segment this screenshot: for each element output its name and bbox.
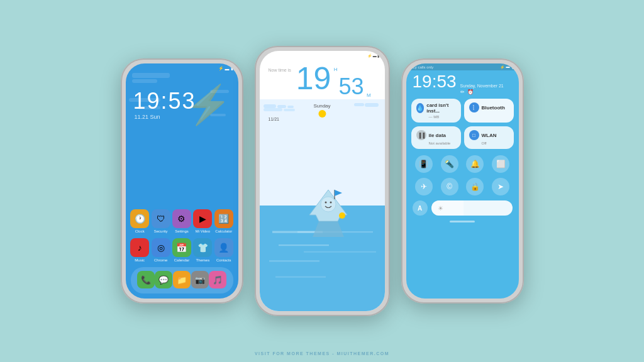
iceberg-svg	[297, 187, 360, 243]
card-sub: — MB	[429, 115, 456, 119]
lock-btn[interactable]: 🔒	[466, 178, 484, 195]
emergency-bar: ncy calls only ⚡ ▬ ▮	[406, 63, 519, 70]
phones-container: VISIT FOR MORE THEMES - MIUITHEMER.COM ⚡…	[108, 0, 536, 362]
battery-icon: ▮	[231, 66, 233, 71]
signal-icon: ▐▐	[416, 130, 426, 140]
flashlight-btn[interactable]: 🔦	[441, 155, 458, 173]
dock-messages[interactable]: 💬	[155, 271, 172, 288]
vibrate-btn[interactable]: 📳	[415, 155, 433, 173]
mobile-data-tile[interactable]: ▐▐ ile data Not available	[411, 126, 461, 149]
settings-label: Settings	[175, 229, 189, 233]
calc-icon: 🔢	[214, 209, 233, 228]
music-icon: ♪	[130, 238, 149, 257]
app-row-1: 🕐 Clock 🛡 Security ⚙ Settings ▶	[126, 208, 238, 234]
center-hour: 19 H	[296, 63, 338, 94]
app-calc[interactable]: 🔢 Calculator	[214, 209, 233, 233]
send-btn[interactable]: ➤	[492, 178, 509, 195]
right-wifi-icon: ▬	[506, 65, 510, 69]
phone-center-screen: ⚡ ▬ ▮ Now time is 19 H 53 M	[260, 51, 385, 311]
cloud-left-2	[264, 108, 295, 111]
auto-brightness-btn[interactable]: A	[413, 200, 428, 216]
app-clock[interactable]: 🕐 Clock	[130, 209, 149, 233]
svg-marker-13	[313, 221, 344, 237]
calc-label: Calculator	[215, 229, 232, 233]
iceberg-scene: Sunday 11/21	[260, 99, 385, 311]
app-music[interactable]: ♪ Music	[130, 238, 149, 262]
app-mivideo[interactable]: ▶ Mi Video	[193, 209, 212, 233]
center-time-area: Now time is 19 H 53 M	[260, 59, 385, 99]
right-date-icons: ✏ ⏰	[460, 89, 504, 95]
left-time: 19:53	[126, 72, 238, 112]
center-minute: 53 M	[339, 75, 371, 98]
date-badge: 11/21	[269, 117, 280, 121]
bt-icon: ⚡	[218, 66, 224, 71]
bluetooth-icon: ⦚	[469, 102, 479, 112]
phone-right: ncy calls only ⚡ ▬ ▮ 19:53 Sunday, Novem…	[401, 58, 524, 304]
right-battery-icon: ▮	[512, 65, 514, 69]
phone-right-screen: ncy calls only ⚡ ▬ ▮ 19:53 Sunday, Novem…	[406, 63, 519, 299]
edit-icon[interactable]: ✏	[460, 89, 465, 95]
chrome-label: Chrome	[154, 258, 167, 262]
weather-day: Sunday	[313, 103, 330, 118]
phone-left: ⚡ ⚡ ▬ ▮ 19:53 11.21 Sun 🕐	[121, 58, 243, 304]
phone-center: ⚡ ▬ ▮ Now time is 19 H 53 M	[255, 46, 390, 316]
app-chrome[interactable]: ◎ Chrome	[152, 238, 170, 262]
wifi-tile-icon: □	[469, 130, 479, 140]
dock-files[interactable]: 📁	[173, 271, 191, 288]
card-tile[interactable]: 💧 card isn't inst... — MB	[411, 99, 461, 123]
app-themes[interactable]: 👕 Themes	[193, 238, 212, 262]
dock-music[interactable]: 🎵	[209, 271, 226, 288]
bluetooth-tile[interactable]: ⦚ Bluetooth	[464, 99, 514, 123]
mobile-data-label: ile data	[429, 133, 447, 138]
brightness-bar[interactable]: ☀	[431, 200, 513, 216]
svg-point-12	[339, 212, 345, 219]
alarm-icon[interactable]: ⏰	[467, 89, 474, 95]
quick-row-2: ✈ © 🔒 ➤	[406, 175, 519, 198]
left-status-bar: ⚡ ▬ ▮	[126, 63, 238, 72]
center-screen: ⚡ ▬ ▮ Now time is 19 H 53 M	[260, 51, 385, 311]
contacts-icon: 👤	[214, 238, 233, 257]
wifi-icon: ▬	[225, 67, 230, 71]
wlan-sub: Off	[482, 141, 509, 145]
center-status-bar: ⚡ ▬ ▮	[260, 51, 385, 59]
watermark: VISIT FOR MORE THEMES - MIUITHEMER.COM	[0, 351, 644, 356]
themes-icon: 👕	[193, 238, 212, 257]
airplane-btn[interactable]: ✈	[415, 178, 433, 195]
app-row-2: ♪ Music ◎ Chrome 📅 Calendar 👕	[126, 237, 238, 263]
right-time-row: 19:53 Sunday, November 21 ✏ ⏰	[406, 70, 519, 96]
bell-btn[interactable]: 🔔	[466, 155, 484, 173]
dock-phone[interactable]: 📞	[137, 271, 155, 288]
settings-icon: ⚙	[172, 209, 191, 228]
app-contacts[interactable]: 👤 Contacts	[214, 238, 233, 262]
brightness-fill	[431, 200, 464, 216]
app-calendar[interactable]: 📅 Calendar	[172, 238, 191, 262]
left-screen: ⚡ ⚡ ▬ ▮ 19:53 11.21 Sun 🕐	[126, 63, 238, 299]
music-label: Music	[135, 258, 145, 262]
security-icon: 🛡	[152, 209, 170, 228]
contacts-label: Contacts	[216, 258, 231, 262]
app-security[interactable]: 🛡 Security	[152, 209, 170, 233]
app-settings[interactable]: ⚙ Settings	[172, 209, 191, 233]
cloud-right	[354, 103, 379, 107]
brightness-icon: ☀	[438, 205, 443, 212]
sun-icon	[318, 110, 326, 118]
center-bt-icon: ⚡ ▬ ▮	[367, 53, 379, 58]
mivideo-label: Mi Video	[196, 229, 210, 233]
copyright-btn[interactable]: ©	[441, 178, 458, 195]
left-date: 11.21 Sun	[126, 112, 238, 121]
wlan-tile[interactable]: □ WLAN Off	[464, 126, 514, 149]
mivideo-icon: ▶	[193, 209, 212, 228]
portrait-btn[interactable]: ⬜	[492, 155, 509, 173]
svg-point-9	[330, 202, 332, 204]
quick-row-1: 📳 🔦 🔔 ⬜	[406, 153, 519, 175]
dock-camera[interactable]: 📷	[191, 271, 209, 288]
mobile-sub: Not available	[429, 141, 456, 145]
control-grid-1: 💧 card isn't inst... — MB ⦚ Bluetooth	[406, 96, 519, 125]
bluetooth-label: Bluetooth	[482, 105, 505, 111]
right-status-icons: ⚡ ▬ ▮	[500, 65, 514, 69]
emergency-label: ncy calls only	[411, 65, 434, 69]
h-label: H	[334, 67, 338, 72]
calendar-icon: 📅	[172, 238, 191, 257]
home-indicator	[450, 221, 475, 222]
chrome-icon: ◎	[152, 238, 170, 257]
